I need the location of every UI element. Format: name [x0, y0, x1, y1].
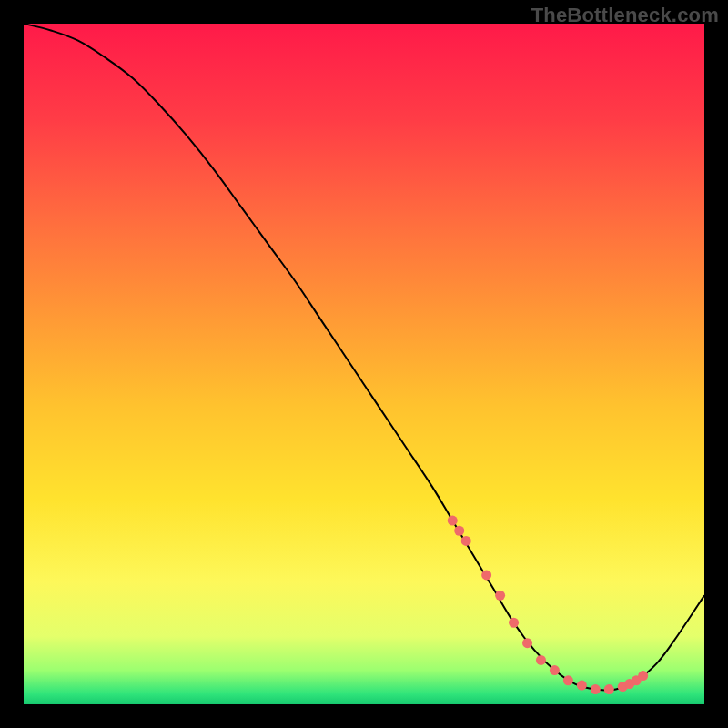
- highlight-dot: [495, 591, 505, 601]
- highlight-dot: [591, 684, 601, 694]
- watermark-text: TheBottleneck.com: [531, 4, 719, 27]
- chart-frame: TheBottleneck.com: [0, 0, 728, 728]
- chart-plot-area: [24, 24, 704, 704]
- highlight-dot: [604, 684, 614, 694]
- highlight-dot: [509, 618, 519, 628]
- highlight-dot: [536, 655, 546, 665]
- highlight-dot: [550, 665, 560, 675]
- highlight-dot: [454, 526, 464, 536]
- highlight-dot: [522, 638, 532, 648]
- highlight-dot: [577, 681, 587, 691]
- highlight-dot: [481, 570, 491, 580]
- highlight-dot: [461, 536, 471, 546]
- highlight-dot: [638, 671, 648, 681]
- chart-background: [24, 24, 704, 704]
- highlight-dot: [563, 675, 573, 685]
- highlight-dot: [448, 516, 458, 526]
- chart-svg: [24, 24, 704, 704]
